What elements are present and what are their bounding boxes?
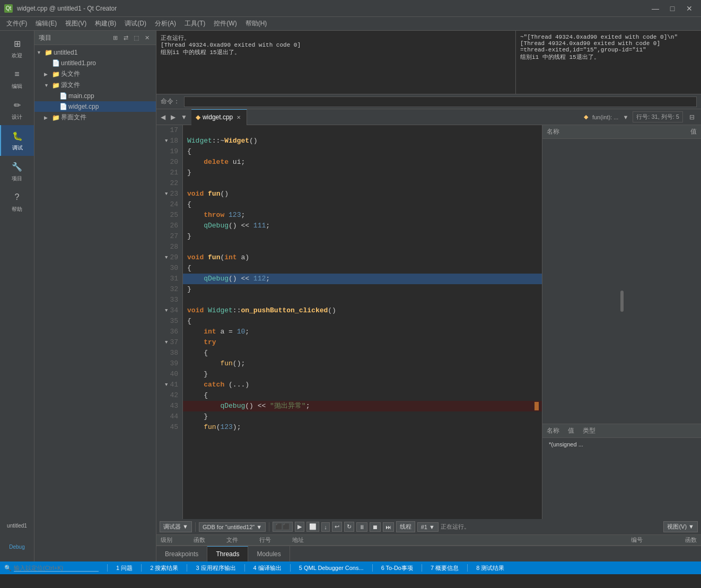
sidebar-item-help[interactable]: ? 帮助 (0, 187, 34, 217)
code-content[interactable]: Widget::~Widget() { delete ui; } void fu… (183, 125, 542, 519)
tree-label-main: main.cpp (68, 92, 94, 100)
right-panel-bottom-content: *(unsigned ... (542, 438, 701, 451)
sidebar-item-projects[interactable]: 🔧 项目 (0, 156, 34, 187)
menu-debug[interactable]: 调试(D) (120, 17, 151, 30)
command-input[interactable] (184, 96, 697, 107)
menu-file[interactable]: 文件(F) (2, 17, 31, 30)
status-todo[interactable]: 6 To-Do事项 (381, 564, 413, 572)
thread-selector[interactable]: #1 ▼ (417, 522, 439, 532)
menu-build[interactable]: 构建(B) (91, 17, 120, 30)
toolbar-continue[interactable]: ⏭ (383, 522, 394, 532)
tree-item-pro[interactable]: ▶ 📄 untitled1.pro (34, 58, 156, 68)
gdb-selector[interactable]: GDB for "untitled12" ▼ (199, 522, 266, 532)
tree-item-sources[interactable]: ▼ 📁 源文件 (34, 80, 156, 91)
stack-col-addr: 地址 (292, 536, 304, 544)
tree-arrow-main: ▶ (51, 93, 58, 99)
toolbar-restart[interactable]: ⏹ (370, 522, 381, 532)
tab-threads[interactable]: Threads (207, 546, 248, 561)
tree-item-headers[interactable]: ▶ 📁 头文件 (34, 68, 156, 80)
sidebar-bottom-project[interactable]: untitled1 (0, 515, 34, 536)
tab-widget-cpp[interactable]: ◆ widget.cpp ✕ (191, 109, 247, 125)
var-name: *(unsigned ... (549, 441, 583, 447)
tab-close-btn[interactable]: ✕ (235, 113, 242, 121)
menu-help[interactable]: 帮助(H) (241, 17, 271, 30)
status-problems[interactable]: 1 问题 (116, 564, 133, 572)
sidebar-label-design: 设计 (12, 113, 22, 121)
output-right-line-2: [Thread 49324.0xad90 exited with code 0] (520, 40, 697, 47)
code-line-17 (183, 125, 542, 136)
editor-area: 17 ▼18 19 20 21 22 ▼23 24 25 26 27 28 ▼2… (156, 125, 701, 519)
line-num-37: ▼37 (161, 337, 178, 348)
stack-col-func: 函数 (194, 536, 205, 544)
menu-bar: 文件(F) 编辑(E) 视图(V) 构建(B) 调试(D) 分析(A) 工具(T… (0, 17, 701, 31)
debugger-selector[interactable]: 调试器 ▼ (160, 521, 192, 532)
project-switch-icon: untitled1 (11, 519, 23, 532)
sidebar-item-design[interactable]: ✏ 设计 (0, 94, 34, 125)
debug-status: 正在运行。 (441, 523, 470, 531)
code-line-31: qDebug() << 112; (183, 274, 542, 284)
toolbar-step-out[interactable]: ↻ (344, 522, 354, 532)
right-panel-value-header: 值 (690, 127, 697, 136)
code-line-21: } (183, 168, 542, 178)
tab-next-btn[interactable]: ▶ (169, 112, 178, 122)
code-line-22 (183, 178, 542, 189)
minimize-button[interactable]: — (648, 3, 663, 14)
panel-filter-btn[interactable]: ⊞ (110, 33, 120, 42)
toolbar-pause[interactable]: ⏸ (356, 522, 367, 532)
stack-header: 级别 函数 文件 行号 地址 编号 函数 (156, 535, 701, 546)
status-app-output[interactable]: 3 应用程序输出 (196, 564, 235, 572)
sidebar-bottom-debug-mode[interactable]: Debug (0, 536, 34, 557)
line-num-30: 30 (161, 263, 178, 274)
menu-tools[interactable]: 工具(T) (180, 17, 209, 30)
sidebar-item-debug[interactable]: 🐛 调试 (0, 125, 34, 156)
close-button[interactable]: ✕ (682, 3, 697, 14)
tree-arrow-ui: ▶ (44, 115, 50, 120)
scrollbar-thumb-right[interactable] (620, 291, 624, 312)
status-search-results[interactable]: 2 搜索结果 (150, 564, 178, 572)
bottom-tabs: Breakpoints Threads Modules (156, 546, 701, 561)
toolbar-icon-2[interactable]: ▶ (295, 522, 304, 532)
file-icon-main: 📄 (59, 92, 67, 100)
tab-dropdown-btn[interactable]: ▼ (179, 112, 189, 122)
sidebar-item-edit[interactable]: ≡ 编辑 (0, 64, 34, 94)
panel-sync-btn[interactable]: ⇄ (121, 33, 130, 42)
toolbar-icon-1[interactable]: ⬛⬛ (273, 522, 293, 532)
status-qml-debugger[interactable]: 5 QML Debugger Cons... (299, 565, 364, 571)
design-icon: ✏ (11, 99, 23, 111)
tab-modules[interactable]: Modules (248, 546, 290, 561)
toolbar-stop[interactable]: ⬜ (306, 522, 319, 532)
tree-item-main[interactable]: ▶ 📄 main.cpp (34, 91, 156, 101)
status-search-input[interactable] (14, 565, 99, 572)
toolbar-step-into[interactable]: ↓ (321, 522, 330, 532)
tab-prev-btn[interactable]: ◀ (159, 112, 168, 122)
tab-breakpoints[interactable]: Breakpoints (156, 546, 207, 561)
welcome-icon: ⊞ (11, 37, 23, 50)
code-line-40: } (183, 369, 542, 380)
split-editor-btn[interactable]: ⊟ (687, 112, 697, 122)
toolbar-step-over[interactable]: ↩ (332, 522, 342, 532)
project-panel-title: 项目 (39, 33, 108, 42)
tree-item-untitled1[interactable]: ▼ 📁 untitled1 (34, 47, 156, 58)
menu-view[interactable]: 视图(V) (61, 17, 91, 30)
debug-view-btn[interactable]: 视图(V) ▼ (663, 521, 698, 532)
tree-label-sources: 源文件 (61, 81, 80, 90)
line-num-32: 32 (161, 284, 178, 295)
code-line-28 (183, 242, 542, 252)
menu-edit[interactable]: 编辑(E) (31, 17, 61, 30)
menu-analyze[interactable]: 分析(A) (151, 17, 180, 30)
panel-close-btn[interactable]: ✕ (142, 33, 152, 42)
status-overview[interactable]: 7 概要信息 (431, 564, 459, 572)
tree-item-ui[interactable]: ▶ 📁 界面文件 (34, 112, 156, 123)
tab-icon: ◆ (196, 113, 200, 121)
sidebar-label-debug: 调试 (12, 144, 23, 152)
panel-collapse-btn[interactable]: ⬚ (132, 33, 141, 42)
status-test-results[interactable]: 8 测试结果 (476, 564, 504, 572)
sidebar-item-welcome[interactable]: ⊞ 欢迎 (0, 33, 34, 64)
menu-controls[interactable]: 控件(W) (209, 17, 241, 30)
status-search-icon: 🔍 (4, 565, 99, 572)
status-compile-output[interactable]: 4 编译输出 (253, 564, 282, 572)
maximize-button[interactable]: □ (665, 3, 680, 14)
bottom-value-col: 值 (568, 426, 574, 435)
process-label[interactable]: 线程 (396, 521, 415, 532)
tree-item-widget[interactable]: ▶ 📄 widget.cpp (34, 101, 156, 112)
